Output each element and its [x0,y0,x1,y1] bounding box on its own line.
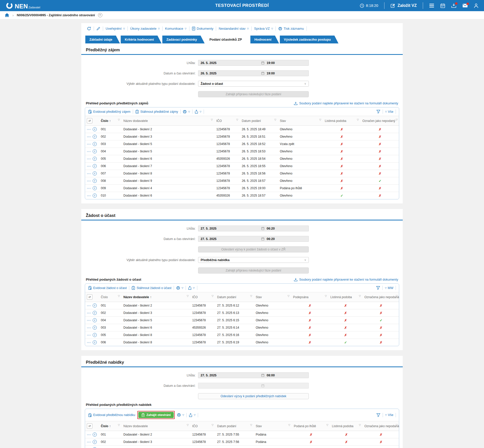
row-menu-icon[interactable]: ○○○ [87,187,91,189]
table-row[interactable]: ○○○i005Dodavatel - školení 81234567827. … [85,331,399,339]
filter-preset-select[interactable]: ▽MW [385,286,393,290]
column-header-n-zev-dodavatele[interactable]: Název dodavatele▽ [122,421,190,431]
table-row[interactable]: ○○○i003Dodavatel - školení 64535932627. … [85,324,399,331]
filter-preset-select[interactable]: ▽Vše [385,110,393,114]
table-row[interactable]: ○○○i003Dodavatel - školení 64535932627. … [85,446,399,448]
toolbar-item-komunikace[interactable]: Komunikace▽ [165,27,186,30]
next-phase-button[interactable]: Zahájit přípravu následující fáze podání [198,267,309,274]
refresh-icon[interactable] [87,26,91,31]
row-info-icon[interactable]: i [93,340,97,344]
column-header--slo[interactable]: Číslo↑▽ [99,116,122,126]
column-filter-icon[interactable]: ▽ [212,295,214,297]
column-header-listinn-podoba[interactable]: Listinná podoba▽ [330,421,363,431]
column-filter-icon[interactable]: ▽ [326,424,328,426]
column-header-stav[interactable]: Stav▽ [278,116,323,126]
column-filter-icon[interactable]: ▽ [396,118,398,121]
typ-podani-select[interactable]: Žádost o účast ∨ [198,81,309,87]
row-info-icon[interactable]: i [93,303,97,308]
column-header--slo[interactable]: Číslo▽ [99,292,122,302]
row-menu-icon[interactable]: ○○○ [87,305,91,307]
column-header-stav[interactable]: Stav▽ [254,292,291,302]
menu-icon[interactable] [429,4,434,8]
row-menu-icon[interactable]: ○○○ [87,319,91,322]
row-info-icon[interactable]: i [93,186,97,190]
column-header-stav[interactable]: Stav▽ [254,421,292,431]
column-header-datum-pod-n-[interactable]: Datum podání▽ [240,116,278,126]
column-settings-icon[interactable]: ⇄ [87,118,92,123]
row-menu-icon[interactable]: ○○○ [87,128,91,131]
row-menu-icon[interactable]: ○○○ [87,165,91,167]
table-row[interactable]: ○○○i001Dodavatel - školení 21234567827. … [85,302,399,309]
table-row[interactable]: ○○○i005Dodavatel - školení 64535932626. … [85,155,399,163]
row-info-icon[interactable]: i [93,127,97,131]
oteviranie-input[interactable]: 27. 5. 2025 06:20 [198,236,309,242]
create-vz-button[interactable]: Založit VZ [391,3,417,8]
print-table-button[interactable]: ▽ [183,110,190,114]
evidovat-predbezny-zajem-button[interactable]: Evidovat předběžný zájem [88,110,131,114]
column-filter-icon[interactable]: ▽ [319,118,321,121]
row-info-icon[interactable]: i [93,171,97,175]
column-filter-icon[interactable]: ▽ [236,118,238,121]
lhuta-input[interactable]: 27. 5. 2025 06:20 [198,226,309,231]
row-menu-icon[interactable]: ○○○ [87,180,91,182]
column-filter-icon[interactable]: ▽ [357,118,359,121]
row-menu-icon[interactable]: ○○○ [87,441,91,443]
row-menu-icon[interactable]: ○○○ [87,172,91,175]
filter-funnel-icon[interactable] [376,413,380,417]
download-submissions-link[interactable]: Soubory podání najdete připravené ke sta… [294,102,398,105]
column-filter-icon[interactable]: ▽ [287,295,289,297]
export-table-button[interactable]: ▽ [188,286,195,290]
row-menu-icon[interactable]: ○○○ [87,136,91,138]
table-row[interactable]: ○○○i004Dodavatel - školení 51234567826. … [85,148,399,155]
row-menu-icon[interactable]: ○○○ [87,150,91,153]
table-row[interactable]: ○○○i001Dodavatel - školení 21234567827. … [85,431,399,438]
toolbar-item-nestandardni-stav[interactable]: Nestandardní stav▽ [219,27,249,30]
column-header-n-zev-dodavatele[interactable]: Název dodavatele↑▽ [122,292,190,302]
toolbar-item-tisk-zaznamu[interactable]: Tisk záznamu [278,27,304,30]
typ-podani-select[interactable]: Předběžná nabídka ∨ [198,257,309,263]
tab-vysledek-zadavaciho-postupu[interactable]: Výsledek zadávacího postupu [280,36,338,43]
mail-icon[interactable] [462,4,468,8]
row-menu-icon[interactable]: ○○○ [87,195,91,197]
table-row[interactable]: ○○○i002Dodavatel - školení 31234567826. … [85,133,399,140]
row-info-icon[interactable]: i [93,440,97,444]
toolbar-item-ukony-zadavatele[interactable]: Úkony zadavatele▽ [130,27,160,30]
row-info-icon[interactable]: i [93,433,97,437]
table-row[interactable]: ○○○i009Dodavatel - školení 41234567826. … [85,185,399,192]
column-header-podan-po-lh-t-[interactable]: Podaná po lhůtě▽ [292,421,330,431]
column-settings-icon[interactable]: ⇄ [87,423,92,429]
row-menu-icon[interactable]: ○○○ [87,334,91,336]
row-info-icon[interactable]: i [93,318,97,322]
row-info-icon[interactable]: i [93,135,97,139]
send-vyzva-button[interactable]: Odeslání výzvy k podání žádosti o účast … [198,246,309,252]
calendar-icon[interactable] [440,3,445,8]
table-row[interactable]: ○○○i010Dodavatel - školení 64535932626. … [85,192,399,199]
send-vyzva-nabidky-button[interactable]: Odeslání výzvy k podání předběžných nabí… [198,393,309,399]
filter-funnel-icon[interactable] [376,286,380,290]
column-filter-icon[interactable]: ▽ [250,295,252,297]
row-info-icon[interactable]: i [93,333,97,337]
breadcrumb-record[interactable]: N006/25/V00004995 - Zajištění závodního … [17,13,95,17]
toolbar-item-sprava-vz[interactable]: Správa VZ▽ [254,27,273,30]
column-settings-icon[interactable]: ⇄ [87,294,92,300]
table-row[interactable]: ○○○i003Dodavatel - školení 51234567826. … [85,140,399,148]
row-menu-icon[interactable]: ○○○ [87,312,91,314]
lhuta-input[interactable]: 27. 5. 2025 08:00 [198,372,309,378]
tab-zadavaci-podminky[interactable]: Zadávací podmínky [162,36,205,43]
column-header-podeps-na[interactable]: Podepsána▽ [291,292,329,302]
filter-funnel-icon[interactable] [376,110,380,114]
column-header-ozna-en-jako-nepodan-[interactable]: Označen jako nepodaný▽ [361,116,399,126]
zahajit-oteviranı-button[interactable]: Zahájit otevírání [138,412,174,418]
table-row[interactable]: ○○○i002Dodavatel - školení 31234567827. … [85,309,399,317]
toolbar-item-dokumenty[interactable]: Dokumenty [192,27,214,30]
column-filter-icon[interactable]: ▽ [118,424,120,426]
export-table-button[interactable]: ▽ [189,413,196,417]
column-filter-icon[interactable]: ▽ [274,118,276,121]
row-menu-icon[interactable]: ○○○ [87,341,91,344]
column-header-ozna-ena-jako-nepodan-[interactable]: Označena jako nepodaná▽ [363,292,399,302]
oteviranie-input[interactable]: 26. 5. 2025 19:00 [198,70,309,76]
export-table-button[interactable]: ▽ [195,110,201,114]
home-icon[interactable] [5,13,9,17]
column-filter-icon[interactable]: ▽ [288,424,290,426]
row-info-icon[interactable]: i [93,326,97,330]
